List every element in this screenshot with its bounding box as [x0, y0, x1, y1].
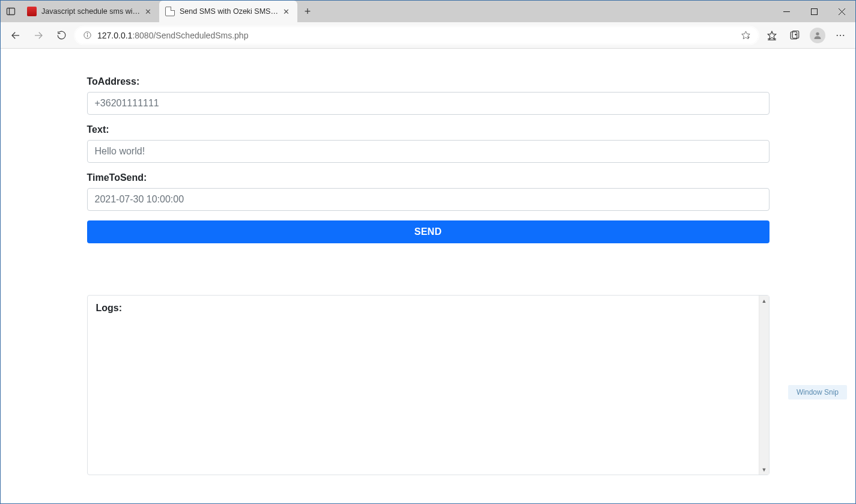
scroll-up-icon[interactable]: ▲	[759, 296, 769, 306]
to-address-input[interactable]	[87, 92, 769, 115]
time-to-send-group: TimeToSend:	[87, 172, 769, 211]
refresh-button[interactable]	[51, 25, 71, 46]
svg-point-23	[837, 34, 838, 35]
page-viewport: ToAddress: Text: TimeToSend: SEND Logs: …	[1, 49, 855, 503]
close-tab-button[interactable]: ✕	[142, 6, 153, 17]
svg-point-25	[843, 34, 844, 35]
window-controls	[773, 1, 855, 22]
time-to-send-input[interactable]	[87, 188, 769, 211]
address-bar[interactable]: 127.0.0.1:8080/SendScheduledSms.php	[74, 26, 759, 45]
tab-label: Javascript schedule sms with the http re…	[41, 7, 140, 16]
window-snip-watermark: Window Snip	[788, 385, 847, 399]
svg-rect-3	[811, 8, 817, 14]
tab-send-sms[interactable]: Send SMS with Ozeki SMS Gateway ✕	[159, 1, 297, 22]
to-address-label: ToAddress:	[87, 76, 769, 87]
tab-actions-button[interactable]	[1, 7, 21, 16]
browser-titlebar: Javascript schedule sms with the http re…	[1, 1, 855, 22]
logs-panel: Logs: ▲ ▼	[87, 295, 769, 475]
time-to-send-label: TimeToSend:	[87, 172, 769, 183]
close-tab-button[interactable]: ✕	[281, 6, 291, 17]
ozeki-favicon-icon	[27, 7, 37, 16]
page-favicon-icon	[165, 7, 175, 16]
minimize-button[interactable]	[773, 1, 800, 22]
scroll-down-icon[interactable]: ▼	[759, 464, 769, 475]
collections-button[interactable]	[785, 25, 805, 46]
tab-label: Send SMS with Ozeki SMS Gateway	[180, 7, 278, 16]
close-window-button[interactable]	[828, 1, 855, 22]
svg-point-24	[840, 34, 841, 35]
text-group: Text:	[87, 124, 769, 163]
tab-javascript-schedule[interactable]: Javascript schedule sms with the http re…	[21, 1, 159, 22]
new-tab-button[interactable]: +	[297, 5, 318, 18]
svg-point-22	[816, 32, 819, 35]
forward-button[interactable]	[28, 25, 49, 46]
settings-menu-button[interactable]	[830, 25, 851, 46]
avatar-icon	[810, 28, 825, 43]
url-text: 127.0.0.1:8080/SendScheduledSms.php	[97, 31, 738, 40]
logs-content: Logs:	[88, 296, 759, 475]
logs-title: Logs:	[96, 303, 750, 314]
titlebar-drag-region	[318, 1, 773, 22]
form-container: ToAddress: Text: TimeToSend: SEND Logs: …	[87, 49, 769, 475]
favorites-button[interactable]	[762, 25, 782, 46]
text-input[interactable]	[87, 140, 769, 163]
site-info-icon[interactable]	[80, 31, 94, 40]
maximize-button[interactable]	[800, 1, 828, 22]
url-path: /SendScheduledSms.php	[153, 31, 248, 40]
browser-toolbar: 127.0.0.1:8080/SendScheduledSms.php	[1, 22, 855, 49]
favorite-button[interactable]	[738, 30, 753, 40]
svg-rect-0	[7, 8, 15, 15]
svg-point-10	[87, 33, 88, 34]
svg-marker-14	[768, 31, 776, 39]
text-label: Text:	[87, 124, 769, 135]
tab-strip: Javascript schedule sms with the http re…	[1, 1, 318, 22]
logs-scrollbar[interactable]: ▲ ▼	[759, 296, 769, 475]
profile-button[interactable]	[807, 25, 828, 46]
url-port: :8080	[132, 31, 153, 40]
back-button[interactable]	[5, 25, 26, 46]
send-button[interactable]: SEND	[87, 220, 769, 243]
url-host: 127.0.0.1	[97, 31, 132, 40]
to-address-group: ToAddress:	[87, 76, 769, 115]
